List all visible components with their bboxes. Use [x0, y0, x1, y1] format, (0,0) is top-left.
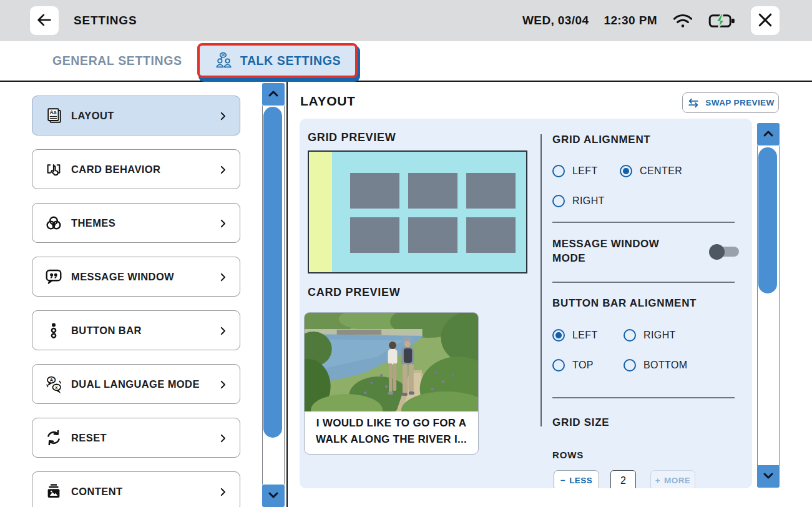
top-bar: SETTINGS WED, 03/04 12:30 PM — [0, 0, 812, 41]
grid-size-title: GRID SIZE — [552, 416, 609, 429]
sidebar-item-button-bar[interactable]: BUTTON BAR — [32, 310, 240, 350]
chevron-right-icon — [217, 378, 228, 393]
scrollbar-track[interactable] — [262, 106, 285, 485]
sidebar-item-dual-language-mode[interactable]: Ax DUAL LANGUAGE MODE — [32, 364, 240, 404]
panel-scroll-up-button[interactable] — [757, 123, 780, 145]
venn-circles-icon — [44, 214, 63, 232]
chevron-right-icon — [217, 486, 228, 501]
sidebar-scrollbar — [262, 83, 285, 507]
chevron-right-icon — [217, 271, 228, 286]
sidebar-item-content[interactable]: CONTENT — [32, 471, 240, 507]
more-label: MORE — [664, 476, 690, 485]
swap-arrows-icon — [687, 97, 700, 109]
tab-talk-settings[interactable]: TALK SETTINGS — [197, 43, 358, 78]
rows-value: 2 — [610, 470, 636, 488]
sidebar-item-layout[interactable]: Aa LAYOUT — [32, 96, 240, 135]
radio-button-bar-bottom[interactable]: BOTTOM — [624, 359, 688, 372]
radio-circle-checked — [620, 165, 632, 177]
radio-circle — [552, 195, 565, 207]
panel-divider — [541, 134, 542, 426]
grid-preview-title: GRID PREVIEW — [308, 131, 396, 144]
card-caption: I WOULD LIKE TO GO FOR A WALK ALONG THE … — [305, 411, 478, 448]
time-label: 12:30 PM — [604, 14, 657, 27]
status-area: WED, 03/04 12:30 PM — [522, 0, 780, 41]
chevron-right-icon — [217, 164, 228, 179]
sidebar-item-label: THEMES — [71, 217, 115, 229]
svg-text:Aa: Aa — [50, 109, 57, 116]
layout-pages-icon: Aa — [44, 106, 63, 125]
sidebar-item-label: CARD BEHAVIOR — [71, 164, 160, 175]
grid-cell — [466, 217, 516, 253]
rows-stepper: − LESS 2 + MORE — [554, 470, 695, 488]
grid-preview — [308, 150, 527, 273]
card-preview: I WOULD LIKE TO GO FOR A WALK ALONG THE … — [304, 312, 479, 455]
grid-cell — [350, 217, 399, 253]
settings-screen: SETTINGS WED, 03/04 12:30 PM GENERAL SET… — [0, 0, 812, 507]
chevron-right-icon — [217, 325, 228, 340]
panel-scrollbar-thumb[interactable] — [758, 147, 777, 293]
radio-button-bar-right[interactable]: RIGHT — [624, 329, 676, 342]
panel-scroll-down-button[interactable] — [757, 465, 780, 488]
swap-preview-button[interactable]: SWAP PREVIEW — [682, 92, 779, 113]
grid-cell — [350, 173, 399, 209]
chevron-up-icon — [266, 86, 281, 103]
grid-preview-cells — [350, 173, 516, 253]
scrollbar-thumb[interactable] — [263, 107, 282, 438]
swap-preview-label: SWAP PREVIEW — [705, 98, 774, 107]
tab-general-settings[interactable]: GENERAL SETTINGS — [49, 41, 186, 81]
message-window-mode-toggle[interactable] — [710, 247, 739, 257]
divider — [552, 222, 735, 223]
sidebar-item-message-window[interactable]: MESSAGE WINDOW — [32, 257, 240, 297]
layout-settings-panel: GRID PREVIEW CARD PREVIEW — [300, 119, 752, 488]
chevron-right-icon — [217, 110, 228, 125]
sidebar-item-label: LAYOUT — [71, 110, 114, 122]
chevron-down-icon — [266, 488, 281, 505]
grid-cell — [408, 217, 457, 253]
stacked-dots-icon — [44, 321, 63, 340]
back-button[interactable] — [30, 6, 59, 35]
section-title: LAYOUT — [300, 94, 356, 109]
chevron-down-icon — [761, 468, 776, 485]
radio-circle — [552, 359, 565, 372]
plus-icon: + — [655, 476, 660, 485]
scroll-down-button[interactable] — [262, 485, 285, 507]
sidebar-item-label: RESET — [71, 432, 107, 444]
sidebar-item-label: CONTENT — [71, 486, 123, 498]
button-bar-alignment-title: BUTTON BAR ALIGNMENT — [552, 297, 697, 310]
radio-label: LEFT — [572, 165, 598, 177]
tab-bar: GENERAL SETTINGS TALK SETTINGS — [0, 41, 812, 82]
radio-grid-align-right[interactable]: RIGHT — [552, 195, 605, 207]
sidebar-item-label: DUAL LANGUAGE MODE — [71, 378, 200, 390]
tab-general-settings-label: GENERAL SETTINGS — [52, 54, 182, 68]
radio-button-bar-top[interactable]: TOP — [552, 359, 594, 372]
radio-button-bar-left[interactable]: LEFT — [552, 329, 598, 342]
radio-circle — [624, 359, 636, 372]
sidebar-item-reset[interactable]: RESET — [32, 418, 240, 458]
radio-circle — [552, 165, 565, 177]
panel-scrollbar — [757, 123, 780, 488]
battery-charging-icon — [708, 12, 736, 29]
toggle-knob — [709, 244, 725, 260]
rows-less-button[interactable]: − LESS — [554, 470, 599, 488]
radio-circle — [624, 329, 636, 342]
date-label: WED, 03/04 — [522, 14, 589, 27]
sidebar-item-themes[interactable]: THEMES — [32, 203, 240, 243]
panel-scrollbar-track[interactable] — [757, 145, 780, 466]
radio-label: BOTTOM — [643, 360, 688, 371]
divider — [552, 397, 735, 398]
sidebar-item-card-behavior[interactable]: CARD BEHAVIOR — [32, 149, 240, 189]
svg-text:A: A — [50, 377, 54, 383]
sidebar-item-label: BUTTON BAR — [71, 325, 142, 337]
close-button[interactable] — [751, 6, 780, 35]
rows-more-button[interactable]: + MORE — [650, 470, 695, 488]
radio-grid-align-center[interactable]: CENTER — [620, 165, 682, 177]
tab-talk-settings-label: TALK SETTINGS — [240, 54, 341, 68]
talk-people-icon — [214, 52, 234, 69]
translate-bubbles-icon: Ax — [44, 375, 63, 393]
radio-label: LEFT — [572, 330, 598, 341]
radio-grid-align-left[interactable]: LEFT — [552, 165, 598, 177]
sync-arrows-icon — [44, 428, 63, 447]
grid-alignment-title: GRID ALIGNMENT — [552, 134, 650, 146]
chevron-right-icon — [217, 432, 228, 447]
scroll-up-button[interactable] — [262, 83, 285, 106]
